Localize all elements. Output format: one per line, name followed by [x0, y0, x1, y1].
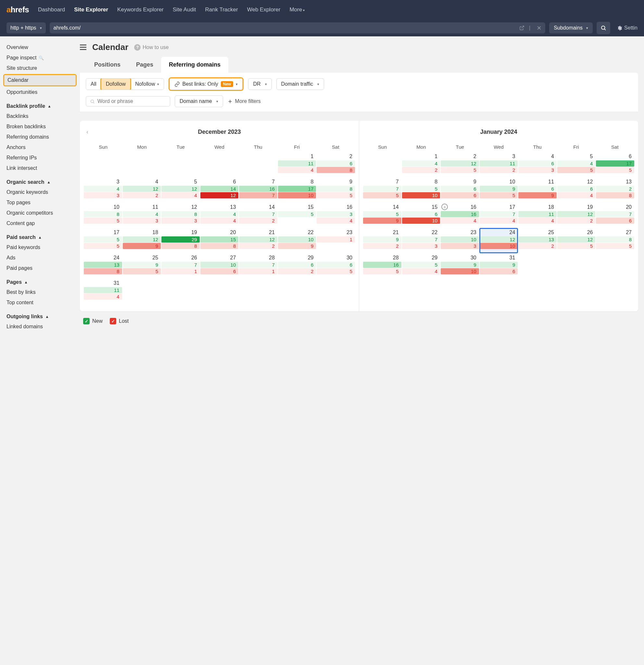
nav-dashboard[interactable]: Dashboard [38, 6, 65, 13]
day-cell[interactable]: 4122 [123, 177, 161, 202]
sidebar-item-opportunities[interactable]: Opportunities [0, 87, 80, 97]
day-cell[interactable]: 1283 [162, 203, 200, 228]
sidebar-item-organic-competitors[interactable]: Organic competitors [0, 208, 80, 218]
tab-positions[interactable]: Positions [87, 57, 128, 73]
day-cell[interactable]: 25132 [518, 228, 557, 253]
url-input[interactable]: ahrefs.com/ | [50, 22, 546, 34]
day-cell[interactable]: 20158 [201, 228, 239, 253]
sidebar-toggle-icon[interactable] [80, 44, 87, 50]
legend-new[interactable]: ✓New [83, 318, 102, 324]
day-cell[interactable]: 5124 [162, 177, 200, 202]
sidebar-heading-backlink-profile[interactable]: Backlink profile [0, 97, 80, 111]
day-cell[interactable]: 985 [317, 177, 355, 202]
day-cell[interactable]: 1095 [480, 177, 518, 202]
day-cell[interactable]: 545 [557, 152, 595, 177]
search-button[interactable] [596, 22, 610, 34]
day-cell[interactable]: 30910 [441, 253, 479, 278]
domain-traffic-filter[interactable]: Domain traffic [277, 78, 324, 90]
day-cell[interactable]: 15610 [402, 203, 440, 228]
logo[interactable]: ahrefs [6, 5, 29, 14]
day-cell[interactable]: 1755 [84, 228, 122, 253]
sidebar-item-top-content[interactable]: Top content [0, 298, 80, 308]
domain-name-filter[interactable]: Domain name [175, 95, 223, 107]
more-filters-button[interactable]: More filters [228, 98, 261, 104]
day-cell[interactable]: 22109 [278, 228, 316, 253]
day-cell[interactable]: 23103 [441, 228, 479, 253]
day-cell[interactable]: 241210 [480, 228, 518, 253]
day-cell[interactable]: 19122 [557, 203, 595, 228]
how-to-use[interactable]: ?How to use [134, 44, 169, 51]
day-cell[interactable]: 1328 [596, 177, 634, 202]
dr-filter[interactable]: DR [248, 78, 271, 90]
sidebar-item-best-by-links[interactable]: Best by links [0, 287, 80, 298]
day-cell[interactable]: 61412 [201, 177, 239, 202]
day-cell[interactable]: 7167 [239, 177, 277, 202]
day-cell[interactable]: 3196 [480, 253, 518, 278]
day-cell[interactable]: 1472 [239, 203, 277, 228]
day-cell[interactable]: 2954 [402, 253, 440, 278]
day-cell[interactable]: 18114 [518, 203, 557, 228]
sidebar-item-content-gap[interactable]: Content gap [0, 218, 80, 229]
day-cell[interactable]: 1774 [480, 203, 518, 228]
day-cell[interactable]: 6175 [596, 152, 634, 177]
day-cell[interactable]: 81710 [278, 177, 316, 202]
day-cell[interactable]: 2785 [596, 228, 634, 253]
sidebar-heading-outgoing-links[interactable]: Outgoing links [0, 308, 80, 321]
open-external-icon[interactable] [519, 25, 525, 31]
nav-keywords-explorer[interactable]: Keywords Explorer [117, 6, 164, 13]
day-cell[interactable]: 2273 [402, 228, 440, 253]
day-cell[interactable]: 31114 [84, 279, 122, 304]
day-cell[interactable]: 3065 [317, 253, 355, 278]
sidebar-item-calendar[interactable]: Calendar [3, 74, 77, 87]
sidebar-item-broken-backlinks[interactable]: Broken backlinks [0, 121, 80, 132]
search-input[interactable] [86, 96, 170, 107]
day-cell[interactable]: 21122 [239, 228, 277, 253]
day-cell[interactable]: 1264 [557, 177, 595, 202]
day-cell[interactable]: 1143 [123, 203, 161, 228]
sidebar-item-paid-keywords[interactable]: Paid keywords [0, 242, 80, 253]
sidebar-item-link-intersect[interactable]: Link intersect [0, 163, 80, 173]
day-cell[interactable]: 2671 [162, 253, 200, 278]
day-cell[interactable]: 231 [317, 228, 355, 253]
sidebar-item-page-inspect[interactable]: Page inspect🔍 [0, 53, 80, 63]
sidebar-item-referring-ips[interactable]: Referring IPs [0, 153, 80, 163]
sidebar-item-linked-domains[interactable]: Linked domains [0, 321, 80, 332]
day-cell[interactable]: 463 [518, 152, 557, 177]
day-cell[interactable]: 24138 [84, 253, 122, 278]
annotation-icon[interactable]: a [441, 204, 448, 210]
segment-nofollow[interactable]: Nofollow▾ [131, 79, 163, 90]
day-cell[interactable]: 155 [278, 203, 316, 228]
day-cell[interactable]: 26125 [557, 228, 595, 253]
sidebar-item-ads[interactable]: Ads [0, 253, 80, 263]
day-cell[interactable]: 16a164 [441, 203, 479, 228]
sidebar-item-organic-keywords[interactable]: Organic keywords [0, 187, 80, 197]
sidebar-item-overview[interactable]: Overview [0, 42, 80, 53]
scope-select[interactable]: Subdomains [549, 22, 593, 34]
day-cell[interactable]: 2076 [596, 203, 634, 228]
tab-pages[interactable]: Pages [128, 57, 161, 73]
day-cell[interactable]: 3112 [480, 152, 518, 177]
day-cell[interactable]: 1634 [317, 203, 355, 228]
nav-site-explorer[interactable]: Site Explorer [74, 6, 108, 13]
sidebar-item-top-pages[interactable]: Top pages [0, 197, 80, 208]
best-links-filter[interactable]: Best links: Only New ▾ [170, 78, 243, 90]
day-cell[interactable]: 966 [441, 177, 479, 202]
sidebar-heading-pages[interactable]: Pages [0, 273, 80, 287]
day-cell[interactable]: 1459 [363, 203, 401, 228]
sidebar-item-site-structure[interactable]: Site structure [0, 63, 80, 73]
legend-lost[interactable]: ✓Lost [110, 318, 129, 324]
sidebar-heading-paid-search[interactable]: Paid search [0, 229, 80, 242]
day-cell[interactable]: 27106 [201, 253, 239, 278]
day-cell[interactable]: 2871 [239, 253, 277, 278]
day-cell[interactable]: 2125 [441, 152, 479, 177]
day-cell[interactable]: 343 [84, 177, 122, 202]
sidebar-item-backlinks[interactable]: Backlinks [0, 111, 80, 121]
settings-link[interactable]: Settin [617, 25, 638, 31]
day-cell[interactable]: 2595 [123, 253, 161, 278]
day-cell[interactable]: 1344 [201, 203, 239, 228]
sidebar-item-anchors[interactable]: Anchors [0, 142, 80, 153]
day-cell[interactable]: 1169 [518, 177, 557, 202]
day-cell[interactable]: 268 [317, 152, 355, 177]
day-cell[interactable]: 775 [363, 177, 401, 202]
day-cell[interactable]: 1085 [84, 203, 122, 228]
